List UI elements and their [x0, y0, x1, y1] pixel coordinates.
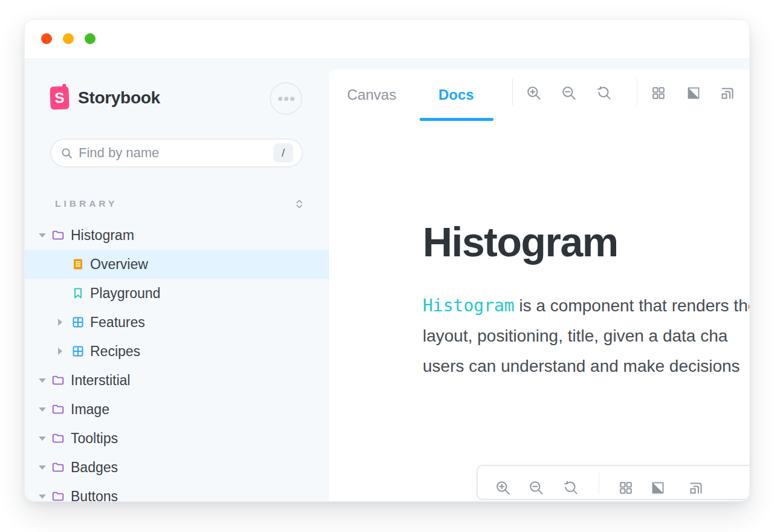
floating-toolbar: [476, 465, 750, 500]
chevron-down-icon: [39, 436, 46, 441]
chevron-down-icon: [39, 378, 46, 383]
zoom-out-button[interactable]: [561, 85, 577, 101]
zoom-out-icon: [528, 480, 544, 496]
story-tree: Histogram Overview Playground: [25, 221, 329, 502]
preview-panel: Canvas Docs: [329, 70, 749, 501]
close-window-button[interactable]: [41, 33, 52, 44]
grid-toggle-button[interactable]: [619, 481, 633, 495]
inline-code: Histogram: [423, 296, 515, 316]
zoom-reset-button[interactable]: [563, 480, 579, 496]
zoom-out-button[interactable]: [528, 480, 544, 496]
brand: S Storybook: [50, 86, 160, 109]
library-label: LIBRARY: [55, 198, 117, 209]
app-window: S Storybook / LIBRARY: [24, 19, 750, 502]
sidebar-item-playground[interactable]: Playground: [25, 279, 329, 308]
sidebar-item-recipes[interactable]: Recipes: [25, 337, 329, 366]
chevron-down-icon: [39, 465, 46, 470]
background-contrast-icon: [651, 481, 665, 495]
active-tab-underline: [420, 118, 493, 121]
viewport-size-icon: [689, 481, 703, 495]
titlebar: [25, 20, 749, 59]
doc-page-title: Histogram: [423, 218, 618, 265]
component-grid-icon: [72, 316, 84, 328]
sidebar-menu-button[interactable]: [270, 82, 302, 115]
sidebar-item-tooltips[interactable]: Tooltips: [25, 424, 329, 453]
search-shortcut-key: /: [273, 143, 293, 163]
grid-icon: [619, 481, 633, 495]
viewport-size-icon: [720, 86, 735, 100]
doc-intro-line-3: users can understand and make decisions: [423, 351, 749, 381]
grid-toggle-button[interactable]: [651, 86, 666, 100]
doc-intro-line-1: Histogram is a component that renders th…: [423, 291, 749, 321]
grid-icon: [651, 86, 666, 100]
brand-title: Storybook: [78, 88, 160, 108]
doc-intro-paragraph: Histogram is a component that renders th…: [423, 291, 749, 381]
minimize-window-button[interactable]: [63, 33, 74, 44]
sidebar-item-badges[interactable]: Badges: [25, 453, 329, 482]
component-grid-icon: [72, 345, 84, 357]
toolbar-divider: [637, 78, 637, 106]
background-contrast-icon: [686, 86, 701, 100]
background-contrast-button[interactable]: [651, 481, 665, 495]
chevron-down-icon: [39, 495, 46, 499]
background-contrast-button[interactable]: [686, 86, 701, 100]
zoom-out-icon: [561, 85, 577, 101]
folder-icon: [51, 490, 65, 502]
zoom-reset-icon: [563, 480, 579, 496]
storybook-logo-icon: S: [50, 86, 69, 109]
ellipsis-icon: [278, 97, 282, 101]
library-section-header: LIBRARY: [55, 197, 304, 210]
viewport-size-button[interactable]: [689, 481, 703, 495]
folder-icon: [51, 374, 65, 387]
zoom-reset-button[interactable]: [596, 85, 612, 101]
zoom-reset-icon: [596, 85, 612, 101]
toolbar-divider: [599, 473, 599, 495]
sidebar-item-features[interactable]: Features: [25, 308, 329, 337]
chevron-down-icon: [39, 233, 46, 238]
sidebar: S Storybook / LIBRARY: [25, 59, 329, 501]
toolbar-divider: [512, 78, 513, 106]
zoom-window-button[interactable]: [85, 33, 96, 44]
document-icon: [72, 258, 84, 270]
doc-intro-line-2: layout, positioning, title, given a data…: [423, 321, 749, 351]
tab-docs[interactable]: Docs: [438, 86, 474, 103]
collapse-expand-icon: [294, 199, 304, 209]
zoom-in-icon: [495, 480, 511, 496]
folder-icon: [51, 461, 65, 474]
search-input[interactable]: [79, 145, 273, 161]
viewport-size-button[interactable]: [720, 86, 735, 100]
search-icon: [61, 148, 73, 159]
chevron-right-icon: [58, 319, 62, 326]
zoom-in-icon: [526, 85, 542, 101]
bookmark-icon: [72, 287, 84, 299]
tab-canvas[interactable]: Canvas: [347, 86, 396, 103]
zoom-in-button[interactable]: [526, 85, 542, 101]
sidebar-item-overview[interactable]: Overview: [25, 250, 329, 279]
sidebar-item-histogram[interactable]: Histogram: [25, 221, 329, 250]
search-box: /: [50, 138, 303, 167]
folder-icon: [51, 403, 65, 416]
folder-icon: [51, 432, 65, 445]
chevron-right-icon: [58, 348, 62, 355]
collapse-expand-button[interactable]: [294, 199, 304, 209]
sidebar-item-image[interactable]: Image: [25, 395, 329, 424]
folder-icon: [51, 229, 65, 242]
sidebar-item-interstitial[interactable]: Interstitial: [25, 366, 329, 395]
page: S Storybook / LIBRARY: [0, 0, 774, 532]
sidebar-item-buttons[interactable]: Buttons: [25, 482, 329, 502]
chevron-down-icon: [39, 407, 46, 412]
zoom-in-button[interactable]: [495, 480, 511, 496]
